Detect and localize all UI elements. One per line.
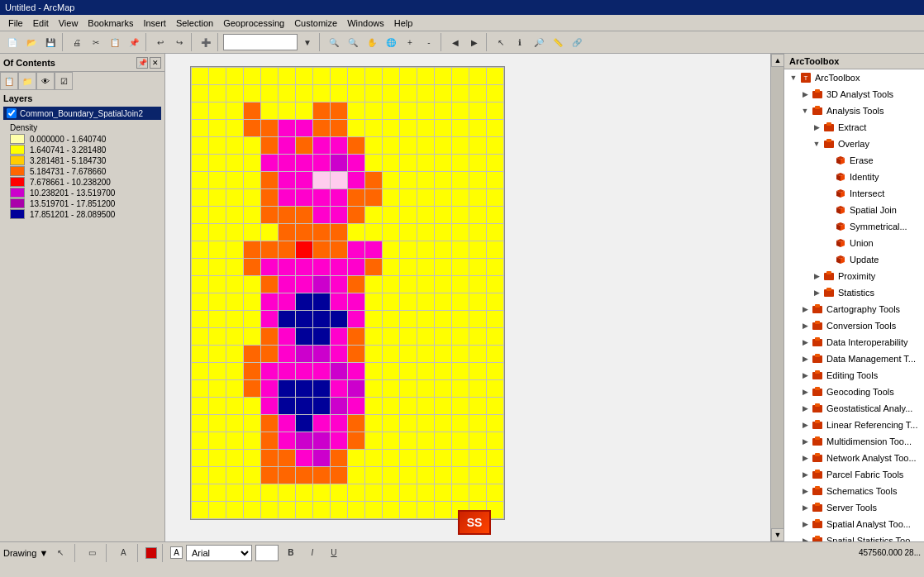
toolbox-tree-item[interactable]: ▼TArcToolbox [784,69,924,86]
print-button[interactable]: 🖨 [68,33,86,51]
grid-cell [296,346,312,362]
fixed-zoom-out-button[interactable]: - [420,33,438,51]
toolbox-tree-item[interactable]: ▶Statistics [784,284,924,301]
menu-help[interactable]: Help [389,17,418,30]
toolbox-tree-item[interactable]: ▶Schematics Tools [784,483,924,499]
cursor-tool[interactable]: ↖ [51,544,69,562]
cut-button[interactable]: ✂ [87,33,105,51]
select-button[interactable]: ↖ [492,33,510,51]
menu-windows[interactable]: Windows [342,17,389,30]
toolbox-tree-item[interactable]: ▶Editing Tools [784,367,924,384]
copy-button[interactable]: 📋 [106,33,124,51]
scale-input[interactable]: 1:3,524,022 [223,34,298,50]
font-size-input[interactable]: 10 [255,545,279,561]
grid-cell [383,120,399,136]
toolbox-tree-item[interactable]: Intersect [784,185,924,202]
toolbox-item-icon [834,236,847,250]
toolbox-tree-item[interactable]: ▶Parcel Fabric Tools [784,466,924,483]
grid-cell [261,346,278,362]
toolbox-tree-item[interactable]: ▶Proximity [784,268,924,284]
grid-cell [435,346,451,362]
toolbox-tree-item[interactable]: ▶Multidimension Too... [784,433,924,450]
toolbox-tree-item[interactable]: ▶Geostatistical Analy... [784,400,924,417]
forward-button[interactable]: ▶ [465,33,483,51]
toolbox-tree-item[interactable]: ▼Overlay [784,136,924,152]
zoom-in-button[interactable]: 🔍 [325,33,343,51]
menu-bookmarks[interactable]: Bookmarks [83,17,138,30]
menu-view[interactable]: View [54,17,83,30]
toolbox-tree-item[interactable]: ▶Geocoding Tools [784,384,924,400]
measure-button[interactable]: 📏 [549,33,567,51]
add-data-button[interactable]: ➕ [197,33,215,51]
scale-dropdown[interactable]: ▼ [298,33,317,51]
grid-cell [279,207,295,223]
toolbox-tree-item[interactable]: Identity [784,169,924,185]
zoom-out-button[interactable]: 🔍 [344,33,362,51]
layer-item[interactable]: Common_Boundary_SpatialJoin2 [3,107,161,120]
toolbox-tree-item[interactable]: Union [784,235,924,251]
find-button[interactable]: 🔎 [530,33,548,51]
hyperlink-button[interactable]: 🔗 [568,33,586,51]
back-button[interactable]: ◀ [446,33,464,51]
redo-button[interactable]: ↪ [170,33,188,51]
toolbox-tree-item[interactable]: ▼Analysis Tools [784,103,924,119]
grid-cell [348,328,364,345]
identify-button[interactable]: ℹ [511,33,529,51]
full-extent-button[interactable]: 🌐 [382,33,400,51]
grid-cell [279,224,295,241]
pan-button[interactable]: ✋ [363,33,381,51]
bold-button[interactable]: B [282,544,300,562]
toolbox-tree-item[interactable]: ▶Data Interoperability [784,334,924,350]
menu-geoprocessing[interactable]: Geoprocessing [218,17,289,30]
rect-tool[interactable]: ▭ [83,544,101,562]
scroll-down-button[interactable]: ▼ [771,528,783,541]
drawing-label[interactable]: Drawing ▼ [3,548,48,558]
scroll-up-button[interactable]: ▲ [771,54,783,67]
toolbox-tree-item[interactable]: ▶Conversion Tools [784,317,924,334]
menu-selection[interactable]: Selection [171,17,218,30]
toolbox-tree-item[interactable]: ▶Data Management T... [784,350,924,367]
menu-insert[interactable]: Insert [138,17,171,30]
toolbox-tree-item[interactable]: Symmetrical... [784,218,924,235]
toolbox-tree-item[interactable]: ▶3D Analyst Tools [784,86,924,103]
toc-pin-button[interactable]: 📌 [136,57,148,69]
map-canvas[interactable]: SS ▲ ▼ [165,54,783,541]
font-select[interactable]: Arial [186,545,252,561]
toolbox-tree-item[interactable]: Update [784,251,924,268]
grid-cell [452,398,469,414]
toolbox-tree-item[interactable]: ▶Network Analyst Too... [784,450,924,466]
map-scroll-vertical[interactable]: ▲ ▼ [770,54,783,541]
save-button[interactable]: 💾 [41,33,60,51]
menu-file[interactable]: File [3,17,28,30]
italic-button[interactable]: I [303,544,321,562]
toc-tab-list[interactable]: 📋 [0,72,18,90]
tree-expander-icon: ▼ [811,138,822,150]
toc-tab-source[interactable]: 📁 [18,72,36,90]
toolbox-tree-item[interactable]: ▶Server Tools [784,499,924,516]
toolbox-tree-item[interactable]: Erase [784,152,924,169]
fixed-zoom-in-button[interactable]: + [401,33,419,51]
paste-button[interactable]: 📌 [125,33,143,51]
scroll-track[interactable] [771,67,783,528]
menu-customize[interactable]: Customize [289,17,342,30]
text-color[interactable]: A [114,544,132,562]
new-button[interactable]: 📄 [3,33,21,51]
undo-button[interactable]: ↩ [151,33,169,51]
toc-tab-selection[interactable]: ☑ [55,72,73,90]
fill-color-swatch[interactable] [145,547,157,559]
grid-cell [192,68,208,84]
menu-edit[interactable]: Edit [28,17,54,30]
toolbox-tree-item[interactable]: ▶Cartography Tools [784,301,924,317]
grid-cell [244,363,260,379]
toolbox-tree-item[interactable]: ▶Extract [784,119,924,136]
toolbox-tree-item[interactable]: ▶Spatial Statistics Too... [784,532,924,541]
underline-button[interactable]: U [325,544,343,562]
open-button[interactable]: 📂 [22,33,40,51]
layer-checkbox[interactable] [7,108,17,118]
toc-tab-display[interactable]: 👁 [36,72,55,90]
toolbox-tree-item[interactable]: ▶Spatial Analyst Too... [784,516,924,532]
toolbox-tree-item[interactable]: ▶Linear Referencing T... [784,417,924,433]
font-label[interactable]: A [170,546,183,559]
toc-close-button[interactable]: ✕ [150,57,161,69]
toolbox-tree-item[interactable]: Spatial Join [784,202,924,218]
